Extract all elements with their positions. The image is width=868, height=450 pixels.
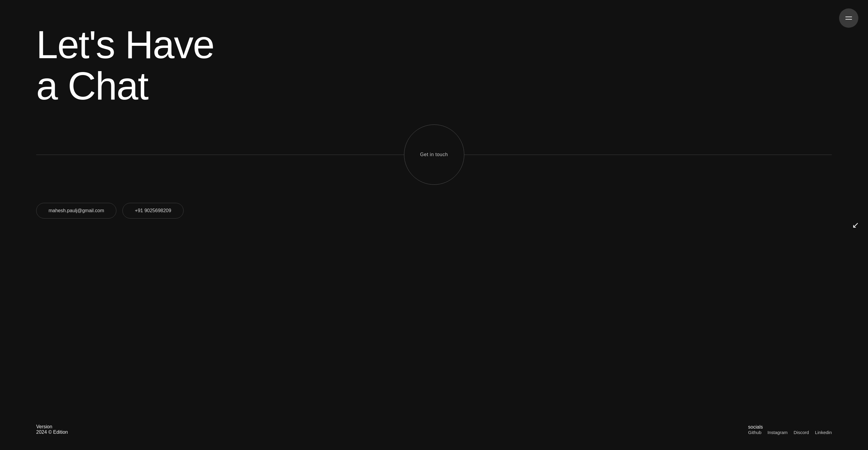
socials-links: GithubInstagramDiscordLinkedin (748, 430, 832, 435)
social-link-instagram[interactable]: Instagram (768, 430, 788, 435)
hero-title: Let's Have a Chat (36, 24, 832, 106)
social-link-github[interactable]: Github (748, 430, 761, 435)
email-button[interactable]: mahesh.paulj@gmail.com (36, 203, 116, 219)
phone-button[interactable]: +91 9025698209 (122, 203, 184, 219)
divider-section: Get in touch (36, 125, 832, 185)
divider-line-right (464, 155, 832, 155)
footer-right: socials GithubInstagramDiscordLinkedin (748, 424, 832, 435)
get-in-touch-button[interactable]: Get in touch (404, 125, 464, 185)
menu-button[interactable] (839, 8, 858, 28)
arrow-icon: ↙ (852, 221, 859, 229)
contact-buttons: mahesh.paulj@gmail.com +91 9025698209 (36, 203, 832, 219)
social-link-linkedin[interactable]: Linkedin (815, 430, 832, 435)
menu-bar-top (845, 17, 852, 17)
divider-line-left (36, 155, 404, 155)
footer: Version 2024 © Edition socials GithubIns… (36, 412, 832, 450)
version-label: Version (36, 424, 68, 429)
get-in-touch-label: Get in touch (420, 152, 448, 157)
edition-text: 2024 © Edition (36, 429, 68, 435)
social-link-discord[interactable]: Discord (794, 430, 809, 435)
socials-label: socials (748, 424, 832, 430)
menu-bar-bottom (845, 19, 852, 20)
footer-left: Version 2024 © Edition (36, 424, 68, 435)
